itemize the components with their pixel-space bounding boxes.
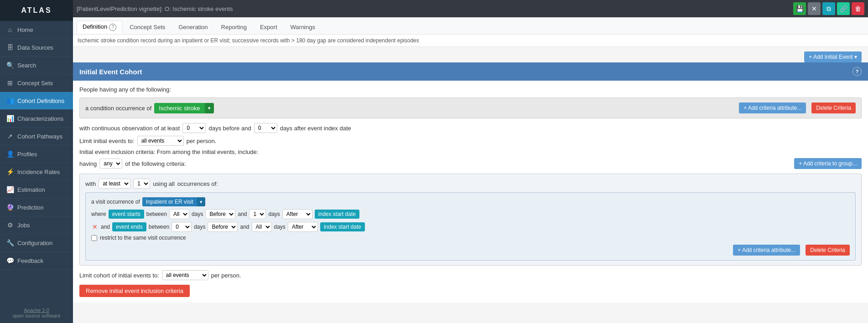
having-prefix: having [79,160,97,167]
delete-criteria-button[interactable]: Delete Criteria [811,103,856,113]
sidebar-label-home: Home [17,26,33,33]
sidebar-label-feedback: Feedback [17,257,43,264]
add-criteria-attr-button2[interactable]: + Add criteria attribute... [733,245,800,256]
limit-cohort-suffix: per person. [211,272,241,279]
sidebar-label-incidence-rates: Incidence Rates [17,169,60,175]
add-criteria-to-group-button[interactable]: + Add criteria to group... [794,158,862,169]
tab-warnings[interactable]: Warnings [285,21,321,33]
sidebar-item-search[interactable]: 🔍 Search [0,56,73,74]
inpatient-er-visit-dropdown[interactable]: ▾ [197,197,205,206]
app-logo: ATLAS [0,0,73,21]
tabs-bar: Definition?Concept SetsGenerationReporti… [73,17,868,35]
data-sources-icon: 🗄 [6,44,14,51]
days-after-select[interactable]: 0130180 [254,123,277,133]
delete-icon-button[interactable]: 🗑 [852,2,864,15]
delete-criteria-button2[interactable]: Delete Criteria [806,245,850,256]
sidebar-item-profiles[interactable]: 👤 Profiles [0,145,73,163]
limit-cohort-prefix: Limit cohort of initial events to: [79,272,159,279]
concept-sets-icon: ⊞ [6,79,14,87]
close-icon-button[interactable]: ✕ [808,2,821,15]
sidebar-item-data-sources[interactable]: 🗄 Data Sources [0,39,73,56]
remove-inclusion-button[interactable]: Remove initial event inclusion criteria [79,285,190,297]
sidebar-item-incidence-rates[interactable]: ⚡ Incidence Rates [0,163,73,181]
where-event-starts-row: where event starts between All0130 days … [91,209,850,219]
link-icon-button[interactable]: 🔗 [837,2,850,15]
restrict-row: restrict to the same visit occurrence [91,235,850,241]
remove-event-ends-button[interactable]: ✕ [91,223,99,231]
sidebar-item-configuration[interactable]: 🔧 Configuration [0,234,73,252]
sidebar-item-concept-sets[interactable]: ⊞ Concept Sets [0,74,73,92]
save-icon-button[interactable]: 💾 [793,2,806,15]
index-start-date1-button[interactable]: index start date [315,210,359,219]
using-all-label: using all [153,180,175,187]
criteria-prefix: a condition occurrence of [85,105,151,112]
n1-select[interactable]: 107 [249,209,266,219]
tab-concept-sets[interactable]: Concept Sets [124,21,171,33]
restrict-checkbox[interactable] [91,235,97,241]
people-having-text: People having any of the following: [79,86,862,93]
event-starts-button[interactable]: event starts [109,210,144,219]
sidebar-label-profiles: Profiles [17,151,37,158]
and1-label: and [238,211,247,217]
footer-sub: open source software [12,313,60,318]
group-header-row: with at leastexactlyat most 123 using al… [85,179,856,189]
days-label4: days [274,224,286,230]
sidebar-item-characterizations[interactable]: 📊 Characterizations [0,110,73,128]
copy-icon-button[interactable]: ⧉ [822,2,835,15]
n2-select[interactable]: 0130 [172,222,192,232]
event-ends-button[interactable]: event ends [112,222,146,231]
limit-cohort-select[interactable]: all eventsearliest eventlatest event [162,270,208,280]
inclusion-title: Initial event inclusion criteria: From a… [79,149,862,155]
tab-export[interactable]: Export [254,21,283,33]
count-select[interactable]: 123 [133,179,150,189]
group-box: with at leastexactlyat most 123 using al… [79,174,862,266]
visit-row: a visit occurrence of Inpatient or ER vi… [91,197,850,206]
at-least-select[interactable]: at leastexactlyat most [99,179,130,189]
help-icon[interactable]: ? [852,67,862,76]
sidebar-item-prediction[interactable]: 🔮 Prediction [0,199,73,216]
cohort-definitions-icon: 👥 [6,97,14,104]
topbar-icons: 💾✕⧉🔗🗑 [793,2,864,15]
tab-definition-help-icon[interactable]: ? [109,24,116,31]
days-before-select[interactable]: 0130180 [182,123,206,133]
content-area: + Add Initial Event ▾ Initial Event Coho… [73,47,868,323]
inclusion-title-text: From among the initial events, include: [157,149,259,155]
tab-definition[interactable]: Definition? [77,21,122,34]
sidebar-item-jobs[interactable]: ⚙ Jobs [0,216,73,234]
tab-generation[interactable]: Generation [172,21,213,33]
sidebar-item-cohort-definitions[interactable]: 👥 Cohort Definitions [0,92,73,110]
sidebar-item-feedback[interactable]: 💬 Feedback [0,252,73,270]
sidebar-label-characterizations: Characterizations [17,115,63,122]
index-start-date2-button[interactable]: index start date [320,222,365,231]
add-criteria-attr-button[interactable]: + Add criteria attribute... [739,103,806,113]
all-val2-select[interactable]: All01 [252,222,272,232]
visit-concept-group: Inpatient or ER visit ▾ [142,197,205,206]
sidebar-item-home[interactable]: ⌂ Home [0,21,73,39]
ischemic-stroke-dropdown[interactable]: ▾ [205,103,214,113]
after-val1-select[interactable]: AfterBefore [282,209,312,219]
having-row: having anyall of the following criteria:… [79,158,862,169]
sidebar-footer: Apache 2.0 open source software [0,303,73,323]
before-val1-select[interactable]: BeforeAfter [205,209,235,219]
tab-reporting[interactable]: Reporting [215,21,253,33]
add-initial-event-button[interactable]: + Add Initial Event ▾ [804,51,862,62]
ischemic-stroke-button[interactable]: Ischemic stroke [154,103,204,113]
incidence-rates-icon: ⚡ [6,168,14,175]
event-ends-row: ✕ and event ends between 0130 days Befor… [91,222,850,232]
configuration-icon: 🔧 [6,239,14,246]
after-val2-select[interactable]: AfterBefore [288,222,318,232]
with-label: with [85,180,96,187]
sidebar-item-cohort-pathways[interactable]: ↗ Cohort Pathways [0,128,73,145]
inpatient-er-visit-button[interactable]: Inpatient or ER visit [142,197,197,206]
apache-link[interactable]: Apache 2.0 [24,308,49,313]
inner-criteria-box: a visit occurrence of Inpatient or ER vi… [85,192,856,261]
occurrences-of: occurrences of: [177,180,218,187]
sidebar-item-estimation[interactable]: 📈 Estimation [0,181,73,199]
having-select[interactable]: anyall [99,159,122,169]
initial-event-cohort-header: Initial Event Cohort ? [73,62,868,81]
before-val2-select[interactable]: BeforeAfter [208,222,238,232]
limit-select[interactable]: all eventsearliest eventlatest event [137,136,184,146]
all-val1-select[interactable]: All0130 [169,209,189,219]
inclusion-title-bold: Initial event inclusion criteria: [79,149,155,155]
between2-label: between [149,224,169,230]
